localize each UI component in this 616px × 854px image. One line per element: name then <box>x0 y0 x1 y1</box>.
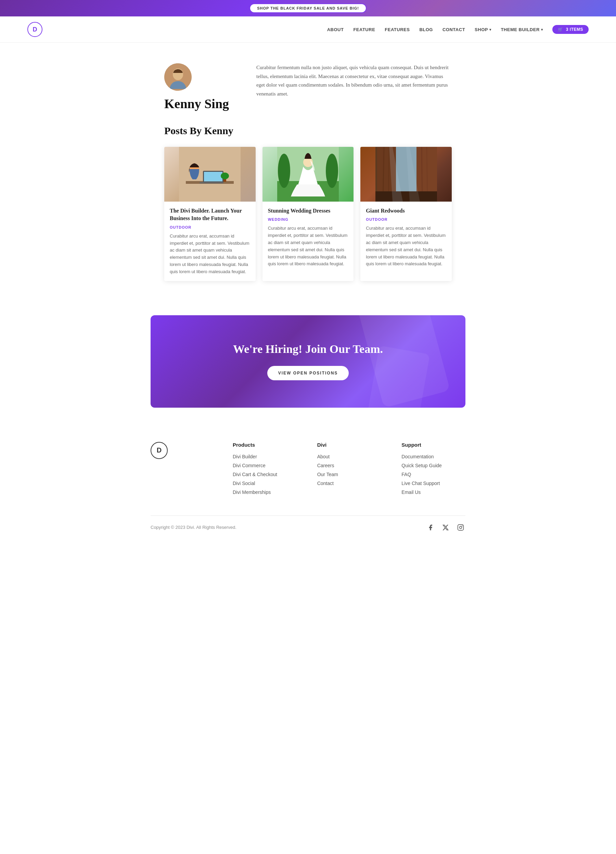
post-excerpt-1: Curabitur arcu erat, accumsan id imperdi… <box>170 233 250 276</box>
top-banner: SHOP THE BLACK FRIDAY SALE AND SAVE BIG! <box>0 0 616 17</box>
post-image-1 <box>164 147 256 201</box>
post-image-3 <box>360 147 452 201</box>
theme-chevron-icon: ▾ <box>541 28 543 32</box>
twitter-x-icon[interactable] <box>441 523 450 532</box>
footer-link-our-team[interactable]: Our Team <box>317 472 381 477</box>
post-card-2[interactable]: Stunning Wedding Dresses WEDDING Curabit… <box>262 147 354 281</box>
banner-cta-button[interactable]: SHOP THE BLACK FRIDAY SALE AND SAVE BIG! <box>250 3 366 13</box>
svg-rect-6 <box>204 172 223 181</box>
footer-col-divi: Divi About Careers Our Team Contact <box>317 442 381 499</box>
nav-blog[interactable]: BLOG <box>419 27 433 32</box>
facebook-icon[interactable] <box>426 523 435 532</box>
svg-point-14 <box>278 154 290 188</box>
post-excerpt-3: Curabitur arcu erat, accumsan id imperdi… <box>366 225 446 268</box>
footer-col-support-title: Support <box>401 442 465 448</box>
svg-point-15 <box>326 154 338 188</box>
nav-contact[interactable]: CONTACT <box>442 27 465 32</box>
profile-left: Kenny Sing <box>164 63 229 111</box>
post-card-3[interactable]: Giant Redwoods OUTDOOR Curabitur arcu er… <box>360 147 452 281</box>
svg-rect-24 <box>375 191 437 201</box>
footer-link-divi-builder[interactable]: Divi Builder <box>233 454 297 459</box>
post-excerpt-2: Curabitur arcu erat, accumsan id imperdi… <box>268 225 348 268</box>
footer-link-divi-social[interactable]: Divi Social <box>233 480 297 486</box>
footer-link-divi-cart[interactable]: Divi Cart & Checkout <box>233 472 297 477</box>
cart-icon: 🛒 <box>558 27 563 32</box>
footer-link-divi-memberships[interactable]: Divi Memberships <box>233 490 297 495</box>
svg-point-27 <box>462 526 462 526</box>
post-content-1: The Divi Builder. Launch Your Business I… <box>164 201 256 281</box>
footer-social <box>426 523 465 532</box>
hiring-cta-button[interactable]: VIEW OPEN POSITIONS <box>267 366 349 380</box>
nav-feature[interactable]: FEATURE <box>353 27 375 32</box>
footer-col-divi-title: Divi <box>317 442 381 448</box>
footer-logo[interactable]: D <box>151 442 168 459</box>
posts-section: Posts By Kenny <box>151 125 465 281</box>
avatar <box>164 63 192 91</box>
posts-section-title: Posts By Kenny <box>164 125 452 137</box>
svg-point-9 <box>221 172 229 179</box>
footer-link-email-us[interactable]: Email Us <box>401 490 465 495</box>
footer-col-products: Products Divi Builder Divi Commerce Divi… <box>233 442 297 499</box>
profile-section: Kenny Sing Curabitur fermentum nulla non… <box>151 63 465 111</box>
post-title-2: Stunning Wedding Dresses <box>268 207 348 215</box>
svg-rect-25 <box>458 525 464 530</box>
svg-point-26 <box>460 526 462 529</box>
post-category-3: OUTDOOR <box>366 217 446 221</box>
footer-top: D Products Divi Builder Divi Commerce Di… <box>151 442 465 499</box>
post-content-2: Stunning Wedding Dresses WEDDING Curabit… <box>262 201 354 273</box>
footer-col-products-title: Products <box>233 442 297 448</box>
footer-divider <box>151 515 465 516</box>
nav-shop[interactable]: SHOP ▾ <box>475 27 491 32</box>
footer-link-documentation[interactable]: Documentation <box>401 454 465 459</box>
hiring-title: We're Hiring! Join Our Team. <box>164 343 452 355</box>
post-category-2: WEDDING <box>268 217 348 221</box>
hiring-banner: We're Hiring! Join Our Team. VIEW OPEN P… <box>151 315 465 408</box>
posts-grid: The Divi Builder. Launch Your Business I… <box>164 147 452 281</box>
footer-link-about[interactable]: About <box>317 454 381 459</box>
footer-logo-col: D <box>151 442 212 499</box>
footer-link-faq[interactable]: FAQ <box>401 472 465 477</box>
hiring-section: We're Hiring! Join Our Team. VIEW OPEN P… <box>0 302 616 421</box>
footer-bottom: Copyright © 2023 Divi. All Rights Reserv… <box>151 523 465 532</box>
svg-rect-7 <box>200 182 224 183</box>
footer-link-careers[interactable]: Careers <box>317 463 381 468</box>
post-content-3: Giant Redwoods OUTDOOR Curabitur arcu er… <box>360 201 452 273</box>
footer-link-live-chat[interactable]: Live Chat Support <box>401 480 465 486</box>
footer: D Products Divi Builder Divi Commerce Di… <box>0 421 616 543</box>
post-category-1: OUTDOOR <box>170 225 250 229</box>
logo[interactable]: D <box>27 22 43 37</box>
header: D ABOUT FEATURE FEATURES BLOG CONTACT SH… <box>0 17 616 43</box>
nav-about[interactable]: ABOUT <box>327 27 344 32</box>
cart-button[interactable]: 🛒 3 ITEMS <box>552 25 589 34</box>
footer-copyright: Copyright © 2023 Divi. All Rights Reserv… <box>151 525 236 530</box>
footer-link-contact[interactable]: Contact <box>317 480 381 486</box>
footer-col-support: Support Documentation Quick Setup Guide … <box>401 442 465 499</box>
profile-bio: Curabitur fermentum nulla non justo aliq… <box>256 63 452 98</box>
nav-features[interactable]: FEATURES <box>385 27 410 32</box>
nav-theme-builder[interactable]: THEME BUILDER ▾ <box>501 27 543 32</box>
post-title-1: The Divi Builder. Launch Your Business I… <box>170 207 250 223</box>
footer-link-divi-commerce[interactable]: Divi Commerce <box>233 463 297 468</box>
footer-link-quick-setup[interactable]: Quick Setup Guide <box>401 463 465 468</box>
post-title-3: Giant Redwoods <box>366 207 446 215</box>
shop-chevron-icon: ▾ <box>489 28 491 32</box>
main-nav: ABOUT FEATURE FEATURES BLOG CONTACT SHOP… <box>327 25 589 34</box>
post-image-2 <box>262 147 354 201</box>
post-card-1[interactable]: The Divi Builder. Launch Your Business I… <box>164 147 256 281</box>
profile-name: Kenny Sing <box>164 96 229 111</box>
instagram-icon[interactable] <box>456 523 465 532</box>
